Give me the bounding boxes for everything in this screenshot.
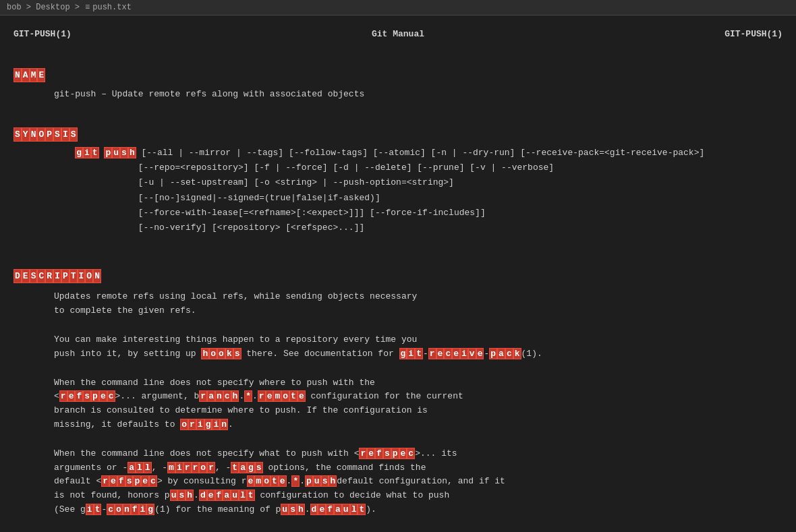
branch-dot-n: * bbox=[244, 390, 252, 402]
push-s: s bbox=[321, 475, 329, 487]
syn-h-p: P bbox=[45, 127, 53, 142]
recv-e2: e bbox=[452, 348, 460, 359]
ref3-s: s bbox=[125, 475, 134, 487]
origin-n: n bbox=[220, 419, 228, 430]
syn-cmd-u: u bbox=[112, 147, 120, 158]
mirror-o: o bbox=[199, 462, 207, 473]
name-h-e: E bbox=[37, 68, 45, 83]
hook-h: h bbox=[201, 348, 209, 359]
mirror-i: i bbox=[175, 462, 183, 473]
remote-m: m bbox=[254, 475, 262, 487]
remote-e: e bbox=[279, 475, 287, 487]
gitcfg-n: n bbox=[123, 504, 131, 515]
desc-para-5: When neither the command-line nor the co… bbox=[13, 529, 783, 532]
push2-s: s bbox=[177, 490, 186, 501]
default-d: d bbox=[199, 490, 207, 501]
branch-a: a bbox=[207, 390, 215, 402]
name-h-m: M bbox=[30, 68, 38, 83]
branch-r: r bbox=[199, 390, 207, 402]
synopsis-command: git push [--all | --mirror | --tags] [--… bbox=[13, 146, 783, 235]
desc-para-1: Updates remote refs using local refs, wh… bbox=[13, 287, 783, 321]
pd-u: u bbox=[281, 504, 289, 515]
push-u: u bbox=[313, 475, 321, 487]
desc-para-3: When the command line does not specify w… bbox=[13, 374, 783, 435]
desc-h-r: R bbox=[45, 269, 53, 284]
refspec-e: e bbox=[67, 390, 76, 402]
syn-h-y: Y bbox=[22, 127, 30, 142]
mirror-r2: r bbox=[192, 462, 200, 473]
syn-h-s: S bbox=[13, 127, 22, 142]
pack-p: p bbox=[489, 348, 497, 359]
synopsis-heading: SYNOPSIS bbox=[13, 127, 783, 142]
ref2-r: r bbox=[359, 448, 367, 459]
pd-s: s bbox=[289, 504, 297, 515]
refspec-s: s bbox=[83, 390, 91, 402]
ref3-f: f bbox=[117, 475, 125, 487]
name-heading: NAME bbox=[13, 68, 783, 83]
all-l2: l bbox=[144, 462, 152, 473]
refspec-r: r bbox=[59, 390, 67, 402]
pd-a: a bbox=[334, 504, 342, 515]
man-page-header: GIT-PUSH(1) Git Manual GIT-PUSH(1) bbox=[0, 16, 796, 47]
hook-o2: o bbox=[217, 348, 225, 359]
ref3-e2: e bbox=[141, 475, 149, 487]
syn-cmd-i: i bbox=[83, 147, 91, 158]
ref2-f: f bbox=[375, 448, 383, 459]
push-p: p bbox=[305, 475, 313, 487]
pd-f: f bbox=[326, 504, 334, 515]
refspec-e2: e bbox=[99, 390, 107, 402]
branch-h: h bbox=[231, 390, 239, 402]
name-section: NAME git-push – Update remote refs along… bbox=[0, 56, 796, 106]
refspec-c: c bbox=[107, 390, 115, 402]
branch-n: n bbox=[215, 390, 223, 402]
filename: push.txt bbox=[92, 3, 132, 12]
branch-c: c bbox=[223, 390, 231, 402]
remote-t: t bbox=[271, 475, 279, 487]
recv-c: c bbox=[444, 348, 452, 359]
hook-k: k bbox=[225, 348, 233, 359]
mirror-m: m bbox=[167, 462, 175, 473]
ref2-e2: e bbox=[399, 448, 407, 459]
desc-h-p: P bbox=[61, 269, 69, 284]
pack-k: k bbox=[513, 348, 521, 359]
branch-remote-e: e bbox=[266, 390, 274, 402]
tags-a: a bbox=[239, 462, 247, 473]
syn-h-i: I bbox=[61, 127, 69, 142]
origin-r: r bbox=[188, 419, 196, 430]
hook-o: o bbox=[209, 348, 217, 359]
pd-u2: u bbox=[342, 504, 350, 515]
title-bar: bob > Desktop > ≡ push.txt bbox=[0, 0, 796, 16]
file-icon: ≡ bbox=[85, 3, 90, 12]
branch-remote-e2: e bbox=[297, 390, 306, 402]
header-right: GIT-PUSH(1) bbox=[724, 28, 783, 41]
default-u: u bbox=[231, 490, 239, 501]
desc-h-o: O bbox=[85, 269, 93, 284]
name-text: git-push – Update remote refs along with… bbox=[13, 86, 783, 103]
content-area: GIT-PUSH(1) Git Manual GIT-PUSH(1) NAME … bbox=[0, 16, 796, 532]
git-t: t bbox=[415, 348, 423, 359]
ref2-s: s bbox=[383, 448, 391, 459]
header-center: Git Manual bbox=[372, 28, 424, 41]
pack-a: a bbox=[497, 348, 505, 359]
desc-h-i2: I bbox=[78, 269, 86, 284]
syn-cmd-p: p bbox=[104, 147, 112, 158]
ref3-r: r bbox=[101, 475, 109, 487]
synopsis-section: SYNOPSIS git push [--all | --mirror | --… bbox=[0, 115, 796, 238]
mirror-r: r bbox=[183, 462, 192, 473]
all-a: a bbox=[127, 462, 136, 473]
default-e: e bbox=[207, 490, 215, 501]
name-h-a: A bbox=[22, 68, 30, 83]
branch-remote-t: t bbox=[289, 390, 297, 402]
header-left: GIT-PUSH(1) bbox=[13, 28, 72, 41]
desc-h-t: T bbox=[69, 269, 78, 284]
ref3-e: e bbox=[109, 475, 117, 487]
syn-cmd-s: s bbox=[120, 147, 128, 158]
default-t: t bbox=[247, 490, 255, 501]
syn-h-s2: S bbox=[53, 127, 61, 142]
tags-s: s bbox=[255, 462, 263, 473]
git-g: g bbox=[399, 348, 407, 359]
gitcfg-i2: i bbox=[139, 504, 147, 515]
ref2-c: c bbox=[407, 448, 415, 459]
pd-h: h bbox=[297, 504, 305, 515]
origin-g: g bbox=[204, 419, 212, 430]
